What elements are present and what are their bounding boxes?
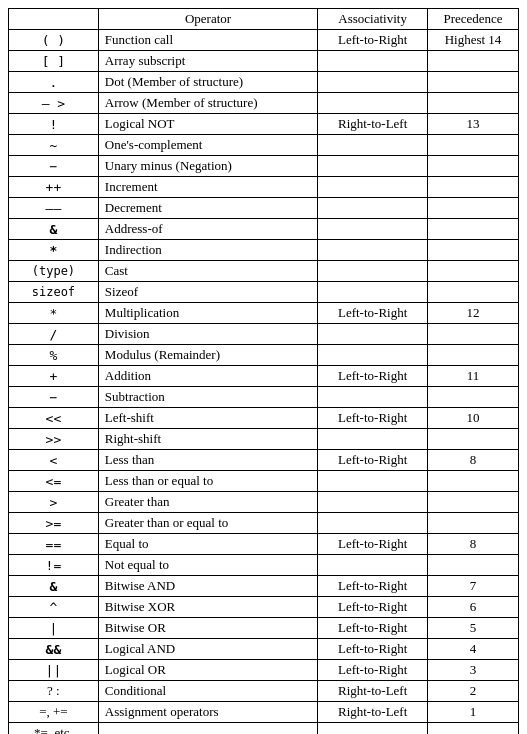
prec-cell (428, 93, 519, 114)
col-header-assoc: Associativity (318, 9, 428, 30)
prec-cell: 8 (428, 534, 519, 555)
symbol-cell: >> (9, 429, 99, 450)
prec-cell (428, 429, 519, 450)
assoc-cell: Left-to-Right (318, 597, 428, 618)
operator-cell: Dot (Member of structure) (98, 72, 317, 93)
operator-cell: Modulus (Remainder) (98, 345, 317, 366)
symbol-cell: & (9, 219, 99, 240)
symbol-cell: <= (9, 471, 99, 492)
prec-cell (428, 240, 519, 261)
prec-cell (428, 282, 519, 303)
assoc-cell: Right-to-Left (318, 702, 428, 723)
prec-cell (428, 492, 519, 513)
operator-cell: Bitwise AND (98, 576, 317, 597)
prec-cell: 13 (428, 114, 519, 135)
assoc-cell (318, 492, 428, 513)
symbol-cell: ^ (9, 597, 99, 618)
operator-cell: Assignment operators (98, 702, 317, 723)
symbol-cell: − (9, 156, 99, 177)
operator-cell: Logical OR (98, 660, 317, 681)
assoc-cell: Left-to-Right (318, 366, 428, 387)
prec-cell (428, 135, 519, 156)
assoc-cell (318, 387, 428, 408)
assoc-cell (318, 513, 428, 534)
symbol-cell: | (9, 618, 99, 639)
assoc-cell (318, 72, 428, 93)
prec-cell (428, 219, 519, 240)
prec-cell: 11 (428, 366, 519, 387)
assoc-cell: Left-to-Right (318, 660, 428, 681)
symbol-cell: ! (9, 114, 99, 135)
symbol-cell: − (9, 387, 99, 408)
assoc-cell (318, 261, 428, 282)
symbol-cell: != (9, 555, 99, 576)
prec-cell: Highest 14 (428, 30, 519, 51)
prec-cell (428, 177, 519, 198)
prec-cell: 6 (428, 597, 519, 618)
prec-cell: 7 (428, 576, 519, 597)
prec-cell: 10 (428, 408, 519, 429)
assoc-cell: Left-to-Right (318, 30, 428, 51)
operator-cell: Array subscript (98, 51, 317, 72)
symbol-cell: >= (9, 513, 99, 534)
symbol-cell: & (9, 576, 99, 597)
operator-cell: One's-complement (98, 135, 317, 156)
operator-cell: Division (98, 324, 317, 345)
symbol-cell: == (9, 534, 99, 555)
assoc-cell: Left-to-Right (318, 576, 428, 597)
prec-cell: 8 (428, 450, 519, 471)
assoc-cell (318, 471, 428, 492)
operators-table: Operator Associativity Precedence ( )Fun… (8, 8, 519, 734)
prec-cell: 12 (428, 303, 519, 324)
assoc-cell (318, 324, 428, 345)
symbol-cell: ~ (9, 135, 99, 156)
col-header-operator: Operator (98, 9, 317, 30)
assoc-cell (318, 177, 428, 198)
col-header-prec: Precedence (428, 9, 519, 30)
symbol-cell: * (9, 240, 99, 261)
prec-cell (428, 513, 519, 534)
operator-cell: Multiplication (98, 303, 317, 324)
prec-cell: 5 (428, 618, 519, 639)
assoc-cell (318, 429, 428, 450)
operator-cell: Equal to (98, 534, 317, 555)
operator-cell: Bitwise OR (98, 618, 317, 639)
assoc-cell: Left-to-Right (318, 639, 428, 660)
prec-cell (428, 471, 519, 492)
assoc-cell: Left-to-Right (318, 450, 428, 471)
symbol-cell: (type) (9, 261, 99, 282)
operator-cell: Less than (98, 450, 317, 471)
symbol-cell: + (9, 366, 99, 387)
operator-cell: Decrement (98, 198, 317, 219)
operator-cell: Address-of (98, 219, 317, 240)
operator-cell: Conditional (98, 681, 317, 702)
prec-cell: 3 (428, 660, 519, 681)
symbol-cell: [ ] (9, 51, 99, 72)
prec-cell (428, 723, 519, 735)
symbol-cell: . (9, 72, 99, 93)
symbol-cell: / (9, 324, 99, 345)
symbol-cell: ++ (9, 177, 99, 198)
assoc-cell (318, 156, 428, 177)
operator-cell: Cast (98, 261, 317, 282)
operator-cell: Logical AND (98, 639, 317, 660)
operator-cell: Bitwise XOR (98, 597, 317, 618)
assoc-cell (318, 240, 428, 261)
operator-cell: Logical NOT (98, 114, 317, 135)
prec-cell (428, 72, 519, 93)
assoc-cell: Left-to-Right (318, 534, 428, 555)
operator-cell: Arrow (Member of structure) (98, 93, 317, 114)
prec-cell (428, 555, 519, 576)
operator-cell: Increment (98, 177, 317, 198)
symbol-cell: –– (9, 198, 99, 219)
assoc-cell (318, 135, 428, 156)
operator-cell: Unary minus (Negation) (98, 156, 317, 177)
operator-cell: Less than or equal to (98, 471, 317, 492)
assoc-cell (318, 51, 428, 72)
prec-cell: 4 (428, 639, 519, 660)
assoc-cell: Left-to-Right (318, 408, 428, 429)
col-header-symbol (9, 9, 99, 30)
assoc-cell: Left-to-Right (318, 303, 428, 324)
assoc-cell (318, 219, 428, 240)
symbol-cell: sizeof (9, 282, 99, 303)
